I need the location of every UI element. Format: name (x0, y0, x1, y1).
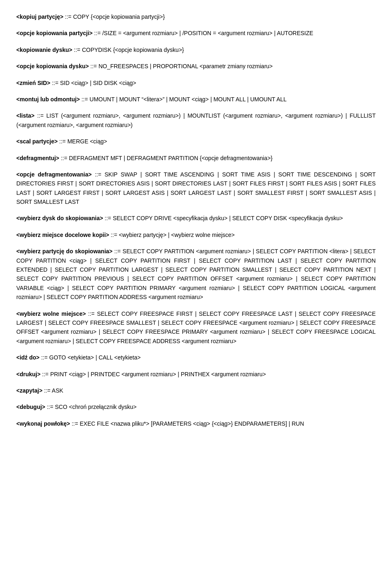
term-idz-do: <idź do> (16, 354, 40, 361)
term-wybierz-miejsce-docelowe: <wybierz miejsce docelowe kopii> (16, 232, 109, 238)
term-wybierz-dysk-skopiowania: <wybierz dysk do skopiowania> (16, 215, 103, 221)
section-text-wybierz-miejsce-docelowe: <wybierz miejsce docelowe kopii> ::= <wy… (16, 230, 376, 239)
section-wykonaj-powloke: <wykonaj powłokę> ::= EXEC FILE <nazwa p… (16, 419, 376, 428)
term-drukuj: <drukuj> (16, 371, 40, 377)
definition-wybierz-dysk-skopiowania: ::= SELECT COPY DRIVE <specyfikacja dysk… (103, 215, 343, 221)
term-opcje-defragmentowania: <opcje defragmentowania> (16, 171, 91, 178)
definition-wybierz-miejsce-docelowe: ::= <wybierz partycję> | <wybierz wolne … (109, 232, 235, 238)
definition-drukuj: ::= PRINT <ciąg> | PRINTDEC <argument ro… (40, 371, 266, 377)
term-wykonaj-powloke: <wykonaj powłokę> (16, 420, 70, 427)
definition-opcje-kopiowania-dysku: ::= NO_FREESPACES | PROPORTIONAL <parame… (89, 63, 272, 69)
section-wybierz-partycje-skopiowania: <wybierz partycję do skopiowania> ::= SE… (16, 247, 376, 301)
definition-lista: ::= LIST (<argument rozmiaru>, <argument… (16, 112, 376, 128)
section-text-idz-do: <idź do> ::= GOTO <etykieta> | CALL <ety… (16, 353, 376, 362)
section-wybierz-dysk-skopiowania: <wybierz dysk do skopiowania> ::= SELECT… (16, 214, 376, 223)
section-defragmentuj: <defragmentuj> ::= DEFRAGMENT MFT | DEFR… (16, 154, 376, 163)
section-text-zapytaj: <zapytaj> ::= ASK (16, 386, 376, 395)
term-zapytaj: <zapytaj> (16, 387, 42, 394)
section-opcje-defragmentowania: <opcje defragmentowania> ::= SKIP SWAP |… (16, 170, 376, 207)
section-idz-do: <idź do> ::= GOTO <etykieta> | CALL <ety… (16, 353, 376, 362)
term-montuj-odmontuj: <montuj lub odmontuj> (16, 96, 80, 103)
section-text-opcje-kopiowania-dysku: <opcje kopiowania dysku> ::= NO_FREESPAC… (16, 62, 376, 71)
section-zapytaj: <zapytaj> ::= ASK (16, 386, 376, 395)
definition-wykonaj-powloke: ::= EXEC FILE <nazwa pliku*> [PARAMETERS… (70, 420, 304, 427)
section-text-scal-partycje: <scal partycje> ::= MERGE <ciąg> (16, 137, 376, 146)
section-kopiowanie-dysku: <kopiowanie dysku> ::= COPYDISK {<opcje … (16, 45, 376, 54)
section-text-wybierz-wolne-miejsce: <wybierz wolne miejsce> ::= SELECT COPY … (16, 309, 376, 346)
term-scal-partycje: <scal partycje> (16, 138, 58, 145)
term-lista: <lista> (16, 112, 34, 119)
term-kopiowanie-dysku: <kopiowanie dysku> (16, 47, 72, 53)
term-debuguj: <debuguj> (16, 404, 45, 410)
section-text-montuj-odmontuj: <montuj lub odmontuj> ::= UMOUNT | MOUNT… (16, 95, 376, 104)
section-wybierz-wolne-miejsce: <wybierz wolne miejsce> ::= SELECT COPY … (16, 309, 376, 346)
definition-opcje-kopiowania-partycji: ::= /SIZE = <argument rozmiaru> | /POSIT… (93, 30, 313, 36)
term-kopiuj-partycje: <kopiuj partycję> (16, 13, 63, 20)
section-text-opcje-defragmentowania: <opcje defragmentowania> ::= SKIP SWAP |… (16, 170, 376, 207)
section-text-opcje-kopiowania-partycji: <opcje kopiowania partycji> ::= /SIZE = … (16, 29, 376, 38)
definition-wybierz-partycje-skopiowania: ::= SELECT COPY PARTITION <argument rozm… (16, 248, 376, 300)
section-zmien-sid: <zmień SID> ::= SID <ciąg> | SID DISK <c… (16, 78, 376, 87)
definition-montuj-odmontuj: ::= UMOUNT | MOUNT “<litera>” | MOUNT <c… (80, 96, 287, 103)
section-opcje-kopiowania-partycji: <opcje kopiowania partycji> ::= /SIZE = … (16, 29, 376, 38)
section-text-lista: <lista> ::= LIST (<argument rozmiaru>, <… (16, 111, 376, 129)
definition-zmien-sid: ::= SID <ciąg> | SID DISK <ciąg> (50, 80, 136, 86)
definition-idz-do: ::= GOTO <etykieta> | CALL <etykieta> (40, 354, 141, 361)
definition-scal-partycje: ::= MERGE <ciąg> (58, 138, 107, 145)
definition-zapytaj: ::= ASK (42, 387, 63, 394)
definition-kopiowanie-dysku: ::= COPYDISK {<opcje kopiowania dysku>} (72, 47, 184, 53)
section-text-debuguj: <debuguj> ::= SCO <chroń przełącznik dys… (16, 402, 376, 411)
section-text-drukuj: <drukuj> ::= PRINT <ciąg> | PRINTDEC <ar… (16, 370, 376, 379)
section-opcje-kopiowania-dysku: <opcje kopiowania dysku> ::= NO_FREESPAC… (16, 62, 376, 71)
definition-defragmentuj: ::= DEFRAGMENT MFT | DEFRAGMENT PARTITIO… (59, 155, 272, 161)
term-wybierz-wolne-miejsce: <wybierz wolne miejsce> (16, 310, 86, 317)
section-debuguj: <debuguj> ::= SCO <chroń przełącznik dys… (16, 402, 376, 411)
document-content: <kopiuj partycję> ::= COPY {<opcje kopio… (16, 12, 376, 428)
term-wybierz-partycje-skopiowania: <wybierz partycję do skopiowania> (16, 248, 112, 255)
term-defragmentuj: <defragmentuj> (16, 155, 59, 161)
section-montuj-odmontuj: <montuj lub odmontuj> ::= UMOUNT | MOUNT… (16, 95, 376, 104)
definition-debuguj: ::= SCO <chroń przełącznik dysku> (45, 404, 137, 410)
section-text-zmien-sid: <zmień SID> ::= SID <ciąg> | SID DISK <c… (16, 78, 376, 87)
section-text-wykonaj-powloke: <wykonaj powłokę> ::= EXEC FILE <nazwa p… (16, 419, 376, 428)
term-opcje-kopiowania-partycji: <opcje kopiowania partycji> (16, 30, 93, 36)
section-scal-partycje: <scal partycje> ::= MERGE <ciąg> (16, 137, 376, 146)
section-drukuj: <drukuj> ::= PRINT <ciąg> | PRINTDEC <ar… (16, 370, 376, 379)
term-opcje-kopiowania-dysku: <opcje kopiowania dysku> (16, 63, 89, 69)
section-lista: <lista> ::= LIST (<argument rozmiaru>, <… (16, 111, 376, 129)
section-kopiuj-partycje: <kopiuj partycję> ::= COPY {<opcje kopio… (16, 12, 376, 21)
definition-kopiuj-partycje: ::= COPY {<opcje kopiowania partycji>} (63, 13, 165, 20)
section-text-defragmentuj: <defragmentuj> ::= DEFRAGMENT MFT | DEFR… (16, 154, 376, 163)
section-text-kopiuj-partycje: <kopiuj partycję> ::= COPY {<opcje kopio… (16, 12, 376, 21)
term-zmien-sid: <zmień SID> (16, 80, 50, 86)
section-text-wybierz-dysk-skopiowania: <wybierz dysk do skopiowania> ::= SELECT… (16, 214, 376, 223)
section-wybierz-miejsce-docelowe: <wybierz miejsce docelowe kopii> ::= <wy… (16, 230, 376, 239)
section-text-kopiowanie-dysku: <kopiowanie dysku> ::= COPYDISK {<opcje … (16, 45, 376, 54)
section-text-wybierz-partycje-skopiowania: <wybierz partycję do skopiowania> ::= SE… (16, 247, 376, 301)
